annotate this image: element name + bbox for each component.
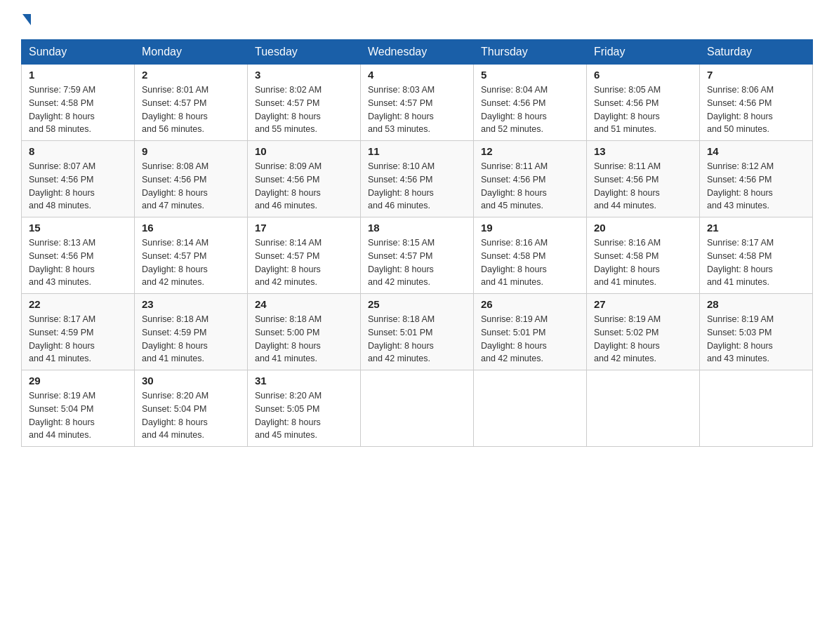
day-header-sunday: Sunday	[22, 40, 135, 65]
day-number: 6	[594, 69, 692, 81]
day-number: 19	[481, 222, 579, 234]
day-number: 14	[707, 145, 805, 157]
calendar-cell: 1Sunrise: 7:59 AMSunset: 4:58 PMDaylight…	[22, 65, 135, 141]
calendar-cell: 19Sunrise: 8:16 AMSunset: 4:58 PMDayligh…	[474, 217, 587, 294]
day-info: Sunrise: 8:06 AMSunset: 4:56 PMDaylight:…	[707, 83, 805, 136]
calendar-cell: 3Sunrise: 8:02 AMSunset: 4:57 PMDaylight…	[248, 65, 361, 141]
day-info: Sunrise: 8:09 AMSunset: 4:56 PMDaylight:…	[255, 160, 353, 213]
day-number: 30	[142, 375, 240, 387]
day-number: 16	[142, 222, 240, 234]
logo	[21, 14, 31, 25]
calendar-cell: 13Sunrise: 8:11 AMSunset: 4:56 PMDayligh…	[587, 141, 700, 217]
calendar-cell: 22Sunrise: 8:17 AMSunset: 4:59 PMDayligh…	[22, 294, 135, 370]
calendar-cell	[587, 370, 700, 447]
day-number: 27	[594, 298, 692, 310]
calendar-cell: 30Sunrise: 8:20 AMSunset: 5:04 PMDayligh…	[135, 370, 248, 447]
calendar-cell: 28Sunrise: 8:19 AMSunset: 5:03 PMDayligh…	[700, 294, 813, 370]
calendar-cell: 25Sunrise: 8:18 AMSunset: 5:01 PMDayligh…	[361, 294, 474, 370]
calendar-cell: 21Sunrise: 8:17 AMSunset: 4:58 PMDayligh…	[700, 217, 813, 294]
calendar-cell: 14Sunrise: 8:12 AMSunset: 4:56 PMDayligh…	[700, 141, 813, 217]
calendar-cell: 12Sunrise: 8:11 AMSunset: 4:56 PMDayligh…	[474, 141, 587, 217]
day-header-friday: Friday	[587, 40, 700, 65]
day-info: Sunrise: 8:19 AMSunset: 5:03 PMDaylight:…	[707, 313, 805, 365]
day-info: Sunrise: 8:18 AMSunset: 5:01 PMDaylight:…	[368, 313, 466, 365]
calendar-week-row: 29Sunrise: 8:19 AMSunset: 5:04 PMDayligh…	[22, 370, 813, 447]
calendar-cell: 24Sunrise: 8:18 AMSunset: 5:00 PMDayligh…	[248, 294, 361, 370]
day-header-wednesday: Wednesday	[361, 40, 474, 65]
day-info: Sunrise: 8:14 AMSunset: 4:57 PMDaylight:…	[255, 236, 353, 289]
logo-triangle-icon	[22, 14, 31, 25]
day-number: 26	[481, 298, 579, 310]
day-number: 31	[255, 375, 353, 387]
day-info: Sunrise: 8:10 AMSunset: 4:56 PMDaylight:…	[368, 160, 466, 213]
calendar-cell: 18Sunrise: 8:15 AMSunset: 4:57 PMDayligh…	[361, 217, 474, 294]
day-info: Sunrise: 8:05 AMSunset: 4:56 PMDaylight:…	[594, 83, 692, 136]
day-number: 25	[368, 298, 466, 310]
calendar-week-row: 1Sunrise: 7:59 AMSunset: 4:58 PMDaylight…	[22, 65, 813, 141]
day-info: Sunrise: 8:04 AMSunset: 4:56 PMDaylight:…	[481, 83, 579, 136]
page-header	[21, 14, 813, 25]
day-number: 3	[255, 69, 353, 81]
calendar-cell: 31Sunrise: 8:20 AMSunset: 5:05 PMDayligh…	[248, 370, 361, 447]
day-number: 22	[29, 298, 127, 310]
day-info: Sunrise: 8:16 AMSunset: 4:58 PMDaylight:…	[594, 236, 692, 289]
day-number: 18	[368, 222, 466, 234]
day-info: Sunrise: 8:19 AMSunset: 5:04 PMDaylight:…	[29, 389, 127, 442]
day-number: 9	[142, 145, 240, 157]
day-info: Sunrise: 8:15 AMSunset: 4:57 PMDaylight:…	[368, 236, 466, 289]
calendar-week-row: 8Sunrise: 8:07 AMSunset: 4:56 PMDaylight…	[22, 141, 813, 217]
day-number: 11	[368, 145, 466, 157]
calendar-header-row: SundayMondayTuesdayWednesdayThursdayFrid…	[22, 40, 813, 65]
day-info: Sunrise: 8:13 AMSunset: 4:56 PMDaylight:…	[29, 236, 127, 289]
day-info: Sunrise: 8:08 AMSunset: 4:56 PMDaylight:…	[142, 160, 240, 213]
day-info: Sunrise: 8:20 AMSunset: 5:05 PMDaylight:…	[255, 389, 353, 442]
calendar-cell	[700, 370, 813, 447]
day-number: 8	[29, 145, 127, 157]
day-header-monday: Monday	[135, 40, 248, 65]
calendar-cell: 9Sunrise: 8:08 AMSunset: 4:56 PMDaylight…	[135, 141, 248, 217]
day-info: Sunrise: 7:59 AMSunset: 4:58 PMDaylight:…	[29, 83, 127, 136]
calendar-cell: 2Sunrise: 8:01 AMSunset: 4:57 PMDaylight…	[135, 65, 248, 141]
day-info: Sunrise: 8:07 AMSunset: 4:56 PMDaylight:…	[29, 160, 127, 213]
day-number: 1	[29, 69, 127, 81]
day-number: 10	[255, 145, 353, 157]
day-number: 17	[255, 222, 353, 234]
calendar-week-row: 15Sunrise: 8:13 AMSunset: 4:56 PMDayligh…	[22, 217, 813, 294]
day-info: Sunrise: 8:12 AMSunset: 4:56 PMDaylight:…	[707, 160, 805, 213]
calendar-cell: 29Sunrise: 8:19 AMSunset: 5:04 PMDayligh…	[22, 370, 135, 447]
calendar-cell: 26Sunrise: 8:19 AMSunset: 5:01 PMDayligh…	[474, 294, 587, 370]
calendar-cell: 17Sunrise: 8:14 AMSunset: 4:57 PMDayligh…	[248, 217, 361, 294]
day-number: 29	[29, 375, 127, 387]
day-info: Sunrise: 8:20 AMSunset: 5:04 PMDaylight:…	[142, 389, 240, 442]
calendar-cell: 6Sunrise: 8:05 AMSunset: 4:56 PMDaylight…	[587, 65, 700, 141]
calendar-cell: 16Sunrise: 8:14 AMSunset: 4:57 PMDayligh…	[135, 217, 248, 294]
calendar-cell: 23Sunrise: 8:18 AMSunset: 4:59 PMDayligh…	[135, 294, 248, 370]
day-number: 13	[594, 145, 692, 157]
day-info: Sunrise: 8:17 AMSunset: 4:59 PMDaylight:…	[29, 313, 127, 365]
calendar-cell: 5Sunrise: 8:04 AMSunset: 4:56 PMDaylight…	[474, 65, 587, 141]
day-info: Sunrise: 8:11 AMSunset: 4:56 PMDaylight:…	[594, 160, 692, 213]
day-number: 28	[707, 298, 805, 310]
day-info: Sunrise: 8:01 AMSunset: 4:57 PMDaylight:…	[142, 83, 240, 136]
day-number: 7	[707, 69, 805, 81]
day-number: 15	[29, 222, 127, 234]
calendar-cell: 7Sunrise: 8:06 AMSunset: 4:56 PMDaylight…	[700, 65, 813, 141]
calendar-cell	[474, 370, 587, 447]
calendar-table: SundayMondayTuesdayWednesdayThursdayFrid…	[21, 39, 813, 447]
calendar-cell: 27Sunrise: 8:19 AMSunset: 5:02 PMDayligh…	[587, 294, 700, 370]
day-info: Sunrise: 8:17 AMSunset: 4:58 PMDaylight:…	[707, 236, 805, 289]
day-info: Sunrise: 8:18 AMSunset: 4:59 PMDaylight:…	[142, 313, 240, 365]
day-number: 20	[594, 222, 692, 234]
calendar-cell: 15Sunrise: 8:13 AMSunset: 4:56 PMDayligh…	[22, 217, 135, 294]
calendar-week-row: 22Sunrise: 8:17 AMSunset: 4:59 PMDayligh…	[22, 294, 813, 370]
day-number: 4	[368, 69, 466, 81]
day-number: 21	[707, 222, 805, 234]
day-info: Sunrise: 8:02 AMSunset: 4:57 PMDaylight:…	[255, 83, 353, 136]
calendar-cell: 20Sunrise: 8:16 AMSunset: 4:58 PMDayligh…	[587, 217, 700, 294]
day-number: 12	[481, 145, 579, 157]
day-info: Sunrise: 8:03 AMSunset: 4:57 PMDaylight:…	[368, 83, 466, 136]
day-info: Sunrise: 8:19 AMSunset: 5:02 PMDaylight:…	[594, 313, 692, 365]
day-header-thursday: Thursday	[474, 40, 587, 65]
calendar-cell: 11Sunrise: 8:10 AMSunset: 4:56 PMDayligh…	[361, 141, 474, 217]
day-number: 2	[142, 69, 240, 81]
